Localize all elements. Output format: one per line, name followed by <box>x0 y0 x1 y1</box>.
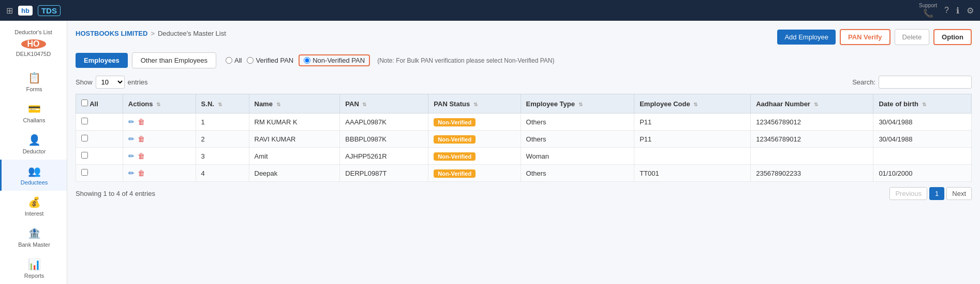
avatar: HO <box>21 39 46 49</box>
col-name[interactable]: Name ⇅ <box>249 94 340 113</box>
table-row: ✏ 🗑 3 Amit AJHPP5261R Non-Verified Woman <box>76 148 972 165</box>
tab-other-employees[interactable]: Other than Employees <box>132 52 216 68</box>
add-employee-button[interactable]: Add Employee <box>777 30 836 45</box>
col-pan[interactable]: PAN ⇅ <box>340 94 428 113</box>
col-sn[interactable]: S.N. ⇅ <box>196 94 249 113</box>
search-input[interactable] <box>879 76 972 89</box>
radio-all-label[interactable]: All <box>226 56 242 64</box>
edit-icon[interactable]: ✏ <box>128 152 135 160</box>
info-icon[interactable]: ℹ <box>956 6 959 16</box>
sidebar-item-deductor[interactable]: 👤 Deductor <box>0 129 67 160</box>
breadcrumb: HOSTBOOKS LIMITED > Deductee's Master Li… <box>76 30 226 37</box>
col-aadhaar[interactable]: Aadhaar Number ⇅ <box>751 94 873 113</box>
table-row: ✏ 🗑 2 RAVI KUMAR BBBPL0987K Non-Verified… <box>76 131 972 148</box>
cell-sn: 2 <box>196 131 249 148</box>
row-checkbox[interactable] <box>81 118 88 124</box>
col-dob[interactable]: Date of birth ⇅ <box>873 94 972 113</box>
table-body: ✏ 🗑 1 RM KUMAR K AAAPL0987K Non-Verified… <box>76 113 972 182</box>
support-label: Support <box>919 3 937 8</box>
sort-actions-icon: ⇅ <box>156 102 160 107</box>
showing-text: Showing 1 to 4 of 4 entries <box>76 190 155 197</box>
radio-non-verified[interactable] <box>304 57 310 64</box>
radio-verified[interactable] <box>247 57 254 64</box>
delete-button[interactable]: Delete <box>895 29 930 45</box>
page-1-button[interactable]: 1 <box>929 187 944 200</box>
cell-aadhaar: 235678902233 <box>751 165 873 182</box>
edit-icon[interactable]: ✏ <box>128 118 135 126</box>
delete-row-icon[interactable]: 🗑 <box>138 169 145 177</box>
cell-pan: AAAPL0987K <box>340 113 428 131</box>
sidebar-bank-master-label: Bank Master <box>18 242 50 248</box>
sort-emp-code-icon: ⇅ <box>693 102 697 107</box>
sidebar-deductor-list[interactable]: Deductor's List <box>10 25 56 39</box>
cell-employee-code <box>634 148 751 165</box>
next-button[interactable]: Next <box>946 187 972 200</box>
row-checkbox[interactable] <box>81 135 88 141</box>
cell-employee-type: Woman <box>521 148 634 165</box>
reports-icon: 📊 <box>28 258 41 271</box>
deductees-icon: 👥 <box>28 165 41 177</box>
edit-icon[interactable]: ✏ <box>128 169 135 177</box>
cell-checkbox <box>76 113 123 131</box>
delete-row-icon[interactable]: 🗑 <box>138 152 145 160</box>
pan-verify-button[interactable]: PAN Verify <box>840 29 890 45</box>
forms-icon: 📋 <box>28 72 41 84</box>
entries-select[interactable]: 10 25 50 100 <box>96 76 125 89</box>
cell-employee-type: Others <box>521 113 634 131</box>
data-table: All Actions ⇅ S.N. ⇅ Name ⇅ PAN ⇅ PAN St… <box>76 94 972 182</box>
breadcrumb-link[interactable]: HOSTBOOKS LIMITED <box>76 30 147 37</box>
row-checkbox[interactable] <box>81 169 88 176</box>
status-badge: Non-Verified <box>434 152 476 161</box>
sidebar-item-bank-master[interactable]: 🏦 Bank Master <box>0 222 67 253</box>
sidebar-item-forms[interactable]: 📋 Forms <box>0 66 67 97</box>
checkbox-all[interactable] <box>81 100 88 106</box>
entries-label: entries <box>128 78 148 86</box>
grid-icon: ⊞ <box>6 6 13 16</box>
sidebar-item-challans[interactable]: 💳 Challans <box>0 97 67 129</box>
sidebar-forms-label: Forms <box>26 86 42 92</box>
cell-checkbox <box>76 165 123 182</box>
settings-icon[interactable]: ⚙ <box>967 6 974 16</box>
tab-employees[interactable]: Employees <box>76 53 128 68</box>
support-section: Support 📞 <box>919 3 937 18</box>
cell-actions: ✏ 🗑 <box>123 165 196 182</box>
previous-button[interactable]: Previous <box>889 187 927 200</box>
sort-name-icon: ⇅ <box>276 102 280 107</box>
radio-verified-text: Verified PAN <box>256 56 293 64</box>
table-row: ✏ 🗑 1 RM KUMAR K AAAPL0987K Non-Verified… <box>76 113 972 131</box>
table-header-row: All Actions ⇅ S.N. ⇅ Name ⇅ PAN ⇅ PAN St… <box>76 94 972 113</box>
status-badge: Non-Verified <box>434 118 476 126</box>
challans-icon: 💳 <box>28 103 41 115</box>
cell-employee-type: Others <box>521 131 634 148</box>
col-employee-type[interactable]: Employee Type ⇅ <box>521 94 634 113</box>
cell-actions: ✏ 🗑 <box>123 131 196 148</box>
col-actions[interactable]: Actions ⇅ <box>123 94 196 113</box>
sidebar-item-reports[interactable]: 📊 Reports <box>0 253 67 284</box>
show-entries: Show 10 25 50 100 entries <box>76 76 148 89</box>
edit-icon[interactable]: ✏ <box>128 135 135 143</box>
radio-all[interactable] <box>226 57 232 64</box>
help-icon[interactable]: ? <box>944 6 949 15</box>
table-row: ✏ 🗑 4 Deepak DERPL0987T Non-Verified Oth… <box>76 165 972 182</box>
delete-row-icon[interactable]: 🗑 <box>138 135 145 143</box>
col-pan-status[interactable]: PAN Status ⇅ <box>428 94 521 113</box>
option-button[interactable]: Option <box>933 29 972 45</box>
sort-pan-status-icon: ⇅ <box>473 102 478 107</box>
col-employee-code[interactable]: Employee Code ⇅ <box>634 94 751 113</box>
breadcrumb-separator: > <box>151 30 155 37</box>
sidebar-item-deductees[interactable]: 👥 Deductees <box>0 160 67 191</box>
sidebar-item-interest[interactable]: 💰 Interest <box>0 191 67 222</box>
navbar: ⊞ hb TDS Support 📞 ? ℹ ⚙ <box>0 0 980 21</box>
phone-icon[interactable]: 📞 <box>923 8 933 18</box>
row-checkbox[interactable] <box>81 152 88 159</box>
sort-emp-type-icon: ⇅ <box>578 102 583 107</box>
radio-non-verified-label[interactable]: Non-Verified PAN <box>304 56 365 64</box>
radio-group: All Verified PAN Non-Verified PAN (Note:… <box>226 54 554 66</box>
delete-row-icon[interactable]: 🗑 <box>138 118 145 126</box>
cell-sn: 4 <box>196 165 249 182</box>
cell-pan-status: Non-Verified <box>428 148 521 165</box>
cell-employee-code: P11 <box>634 113 751 131</box>
radio-verified-label[interactable]: Verified PAN <box>247 56 293 64</box>
cell-pan: DERPL0987T <box>340 165 428 182</box>
note-text: (Note: For Bulk PAN verification please … <box>377 57 554 64</box>
